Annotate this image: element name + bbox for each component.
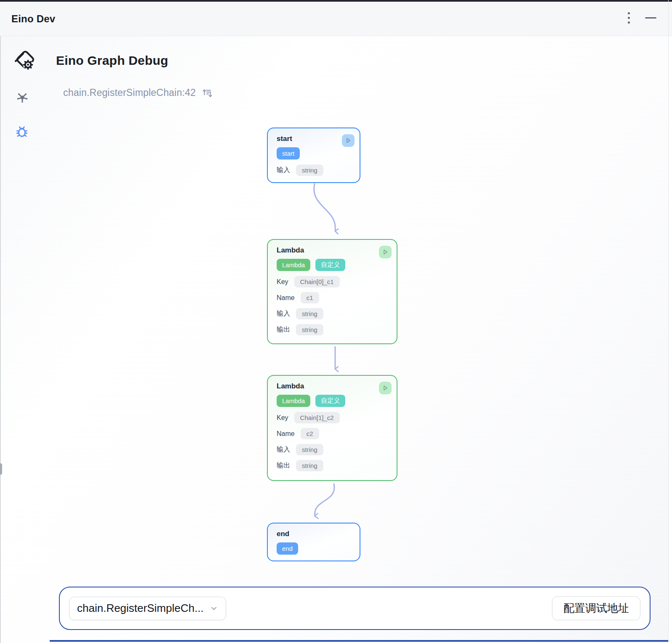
- node-fields: 输入string: [277, 165, 351, 176]
- function-label: chain.RegisterSimpleChain:42: [63, 87, 196, 98]
- field-value-chip: c1: [301, 292, 319, 303]
- app-title: Eino Dev: [11, 13, 55, 25]
- node-type-badge: Lambda: [277, 259, 310, 271]
- field-value-chip: string: [296, 165, 323, 176]
- node-field-row: KeyChain[1]_c2: [277, 412, 388, 423]
- node-title: end: [277, 529, 351, 538]
- node-field-row: Namec1: [277, 292, 388, 303]
- field-label: Name: [277, 430, 295, 438]
- node-badges: Lambda自定义: [277, 395, 388, 407]
- field-label: 输入: [277, 166, 290, 175]
- field-label: Key: [277, 414, 288, 422]
- node-field-row: 输入string: [277, 308, 388, 319]
- field-value-chip: Chain[1]_c2: [294, 412, 340, 423]
- node-title: start: [277, 134, 351, 143]
- node-title: Lambda: [277, 246, 388, 255]
- node-type-badge: 自定义: [315, 395, 345, 407]
- field-label: Key: [277, 278, 288, 286]
- debug-toolbar: chain.RegisterSimpleCh... 配置调试地址: [59, 587, 651, 630]
- run-node-icon[interactable]: [342, 134, 355, 147]
- titlebar: Eino Dev: [0, 2, 672, 36]
- node-type-badge: 自定义: [315, 259, 345, 271]
- field-label: 输出: [277, 325, 290, 334]
- node-type-badge: end: [277, 542, 298, 555]
- node-end[interactable]: end end: [267, 523, 360, 561]
- field-value-chip: string: [296, 324, 323, 335]
- node-field-row: KeyChain[0]_c1: [277, 276, 388, 287]
- field-value-chip: string: [296, 444, 323, 455]
- field-value-chip: Chain[0]_c1: [294, 276, 340, 287]
- node-lambda-1[interactable]: Lambda Lambda自定义 KeyChain[0]_c1Namec1输入s…: [267, 239, 397, 344]
- sort-order-icon[interactable]: [202, 88, 213, 98]
- graph-selector-dropdown[interactable]: chain.RegisterSimpleCh...: [69, 597, 226, 620]
- debug-bug-icon[interactable]: [14, 123, 30, 139]
- node-lambda-2[interactable]: Lambda Lambda自定义 KeyChain[1]_c2Namec2输入s…: [267, 375, 397, 481]
- page-title: Eino Graph Debug: [56, 53, 168, 68]
- minimize-icon[interactable]: [643, 8, 658, 27]
- node-fields: KeyChain[0]_c1Namec1输入string输出string: [277, 276, 388, 335]
- field-value-chip: c2: [301, 428, 319, 439]
- node-type-badge: Lambda: [277, 395, 310, 407]
- node-type-badge: start: [277, 147, 300, 159]
- function-row: chain.RegisterSimpleChain:42: [63, 87, 213, 98]
- node-field-row: 输入string: [277, 444, 388, 455]
- node-title: Lambda: [277, 382, 388, 391]
- chevron-down-icon: [210, 604, 218, 613]
- field-label: 输出: [277, 461, 290, 470]
- window-right-border: [668, 0, 669, 643]
- node-badges: Lambda自定义: [277, 259, 388, 271]
- menu-kebab-icon[interactable]: [623, 8, 634, 27]
- node-field-row: 输出string: [277, 460, 388, 471]
- node-badges: end: [277, 542, 351, 555]
- run-node-icon[interactable]: [379, 246, 392, 258]
- run-node-icon[interactable]: [379, 382, 392, 394]
- configure-debug-address-button[interactable]: 配置调试地址: [552, 596, 640, 620]
- node-start[interactable]: start start 输入string: [267, 128, 360, 183]
- field-label: 输入: [277, 445, 290, 454]
- field-value-chip: string: [296, 460, 323, 471]
- eino-dev-logo-icon: [13, 48, 37, 73]
- node-badges: start: [277, 147, 351, 159]
- node-field-row: Namec2: [277, 428, 388, 439]
- field-label: 输入: [277, 309, 290, 318]
- graph-selector-value: chain.RegisterSimpleCh...: [77, 602, 204, 615]
- node-field-row: 输出string: [277, 324, 388, 335]
- panel-resize-handle[interactable]: [0, 463, 2, 475]
- field-value-chip: string: [296, 308, 323, 319]
- field-label: Name: [277, 294, 295, 302]
- lower-panel-top-border: [50, 640, 668, 642]
- node-field-row: 输入string: [277, 165, 351, 176]
- graph-topology-icon[interactable]: [14, 89, 30, 105]
- node-fields: KeyChain[1]_c2Namec2输入string输出string: [277, 412, 388, 471]
